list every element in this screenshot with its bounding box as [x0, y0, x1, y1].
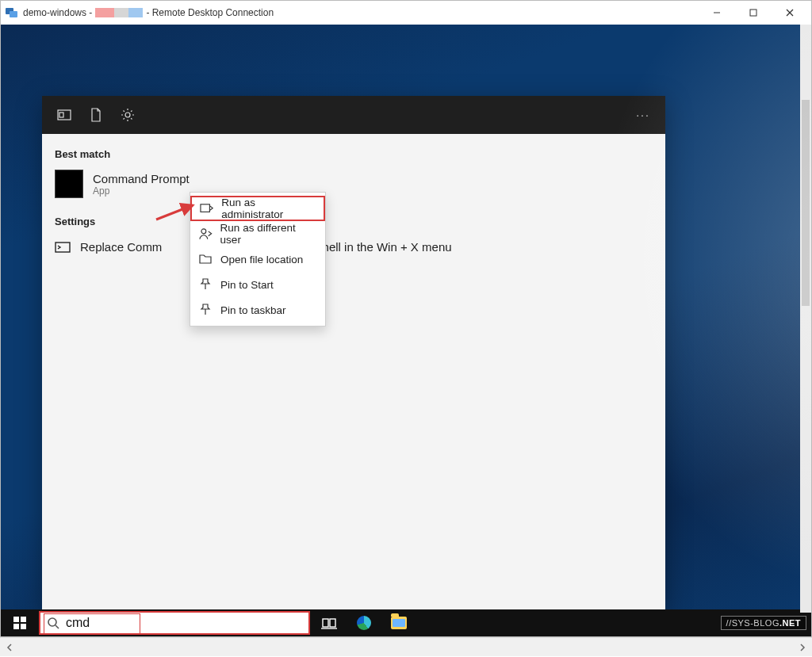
remote-vertical-scrollbar[interactable] [800, 25, 811, 613]
svg-rect-10 [201, 204, 209, 212]
svg-rect-1 [10, 11, 17, 17]
ctx-open-file-location[interactable]: Open file location [190, 246, 325, 272]
filter-apps-icon[interactable] [48, 96, 80, 134]
svg-point-11 [201, 229, 206, 234]
svg-point-17 [48, 618, 56, 626]
rdc-title-redacted [95, 8, 143, 17]
rdc-title-suffix: - Remote Desktop Connection [146, 7, 274, 18]
svg-rect-3 [750, 10, 756, 16]
watermark-prefix: //SYS-BLOG [726, 618, 779, 628]
svg-point-8 [125, 113, 130, 117]
ctx-pin-start-label: Pin to Start [220, 279, 274, 291]
settings-result[interactable]: Replace Comm s PowerShell in the Win + X… [42, 232, 665, 262]
user-icon [198, 227, 213, 241]
ctx-open-loc-label: Open file location [220, 254, 303, 265]
taskbar-search-box[interactable] [39, 611, 310, 635]
ctx-run-as-admin-label: Run as administrator [221, 197, 316, 220]
folder-open-icon [198, 252, 213, 266]
ctx-pin-to-start[interactable]: Pin to Start [190, 272, 325, 297]
command-prompt-icon [55, 170, 83, 198]
ctx-pin-taskbar-label: Pin to taskbar [220, 304, 286, 316]
remote-desktop: ··· Best match Command Prompt App Settin… [1, 25, 811, 636]
rdc-title: demo-windows - - Remote Desktop Connecti… [23, 7, 274, 18]
pin-start-icon [198, 277, 213, 292]
rdc-app-icon [6, 6, 18, 19]
ctx-run-diff-label: Run as different user [220, 222, 317, 246]
start-search-panel: ··· Best match Command Prompt App Settin… [42, 96, 665, 609]
best-match-subtitle: App [93, 185, 190, 197]
pin-taskbar-icon [198, 303, 213, 317]
ctx-run-as-admin[interactable]: Run as administrator [190, 196, 325, 221]
context-menu: Run as administrator Run as different us… [190, 192, 326, 327]
filter-settings-icon[interactable] [112, 96, 144, 134]
start-button[interactable] [1, 609, 39, 636]
search-icon [47, 617, 59, 629]
ctx-pin-to-taskbar[interactable]: Pin to taskbar [190, 297, 325, 323]
watermark-badge: //SYS-BLOG.NET [721, 616, 806, 630]
best-match-title: Command Prompt [93, 172, 190, 185]
taskbar-explorer-icon[interactable] [381, 609, 416, 636]
settings-text-pre: Replace Comm [80, 240, 162, 254]
scroll-right-button[interactable] [793, 638, 812, 657]
console-icon [55, 242, 71, 253]
filter-documents-icon[interactable] [80, 96, 112, 134]
maximize-button[interactable] [735, 1, 772, 25]
scroll-track[interactable] [19, 643, 793, 652]
minimize-button[interactable] [699, 1, 735, 25]
svg-rect-20 [330, 619, 335, 627]
taskbar-edge-icon[interactable] [347, 609, 381, 636]
scroll-left-button[interactable] [0, 638, 19, 657]
svg-rect-15 [13, 624, 19, 629]
start-top-bar: ··· [42, 96, 665, 134]
ctx-run-as-different-user[interactable]: Run as different user [190, 221, 325, 246]
scrollbar-thumb[interactable] [802, 100, 810, 306]
svg-rect-16 [21, 624, 26, 629]
close-button[interactable] [772, 1, 808, 25]
more-options-button[interactable]: ··· [627, 96, 659, 134]
system-tray: //SYS-BLOG.NET [721, 609, 811, 636]
taskbar: //SYS-BLOG.NET [1, 609, 811, 636]
best-match-result[interactable]: Command Prompt App [42, 165, 665, 203]
svg-rect-14 [21, 617, 26, 622]
start-results-body: Best match Command Prompt App Settings R… [42, 134, 665, 609]
best-match-header: Best match [42, 143, 665, 165]
svg-rect-13 [13, 617, 19, 622]
outer-horizontal-scrollbar[interactable] [0, 637, 812, 656]
settings-header: Settings [42, 211, 665, 232]
rdc-window: demo-windows - - Remote Desktop Connecti… [0, 0, 812, 637]
task-view-button[interactable] [312, 609, 347, 636]
svg-rect-7 [59, 113, 63, 117]
svg-line-18 [56, 625, 59, 628]
admin-shield-icon [200, 201, 213, 216]
rdc-titlebar: demo-windows - - Remote Desktop Connecti… [1, 1, 811, 25]
watermark-suffix: .NET [779, 618, 801, 628]
svg-rect-19 [323, 619, 328, 627]
svg-rect-9 [56, 243, 70, 252]
rdc-title-prefix: demo-windows - [23, 7, 92, 18]
taskbar-search-input[interactable] [66, 616, 302, 630]
